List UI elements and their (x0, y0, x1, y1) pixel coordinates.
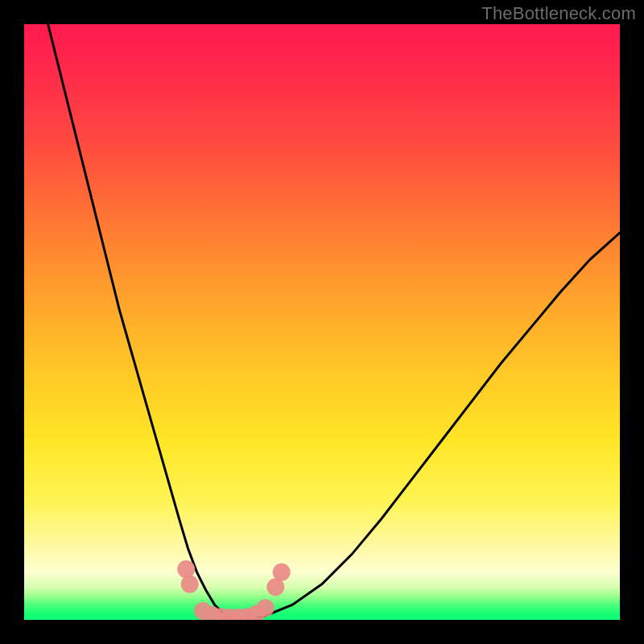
curve-layer (24, 24, 620, 620)
bottom-marker (257, 599, 275, 617)
watermark-text: TheBottleneck.com (481, 3, 636, 24)
bottom-marker (273, 564, 291, 581)
bottom-marker-group (177, 560, 290, 620)
plot-area (24, 24, 620, 620)
bottleneck-curve (48, 24, 620, 619)
chart-frame: TheBottleneck.com (0, 0, 644, 644)
bottom-marker (181, 576, 199, 593)
bottom-marker (177, 560, 195, 578)
